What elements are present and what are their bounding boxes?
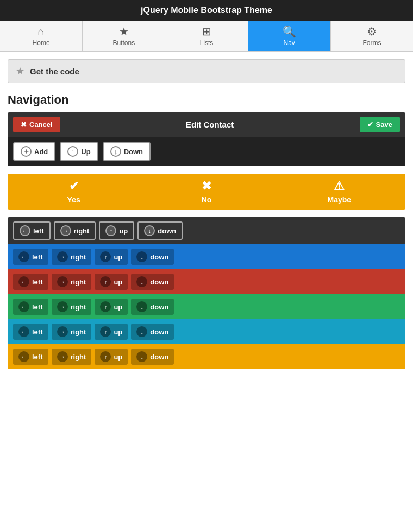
blue-down-icon: ↓ <box>136 251 147 262</box>
dir-header-left-button[interactable]: ← left <box>13 221 51 240</box>
orange-up-label: up <box>114 353 122 361</box>
cyan-right-button[interactable]: → right <box>52 324 92 340</box>
yes-check-icon: ✔ <box>69 179 79 193</box>
green-down-label: down <box>150 303 168 311</box>
cancel-button[interactable]: ✖ Cancel <box>13 117 60 132</box>
dir-row-blue: ← left → right ↑ up ↓ down <box>8 244 405 269</box>
green-down-button[interactable]: ↓ down <box>131 299 174 315</box>
edit-contact-section: ✖ Cancel Edit Contact ✔ Save ＋ Add ↑ Up … <box>8 112 405 166</box>
save-label: Save <box>376 121 392 129</box>
yes-button[interactable]: ✔ Yes <box>8 174 140 210</box>
get-code-bar[interactable]: ★ Get the code <box>8 59 405 83</box>
blue-down-button[interactable]: ↓ down <box>131 249 174 265</box>
red-left-button[interactable]: ← left <box>13 274 48 290</box>
tab-buttons-label: Buttons <box>112 39 135 47</box>
red-down-icon: ↓ <box>136 276 147 287</box>
up-button[interactable]: ↑ Up <box>60 142 98 161</box>
ynm-section: ✔ Yes ✖ No ⚠ Maybe <box>8 174 405 210</box>
orange-left-button[interactable]: ← left <box>13 349 48 365</box>
blue-up-icon: ↑ <box>100 251 111 262</box>
red-down-label: down <box>150 278 168 286</box>
blue-left-button[interactable]: ← left <box>13 249 48 265</box>
save-button[interactable]: ✔ Save <box>360 117 400 132</box>
red-right-label: right <box>71 278 86 286</box>
green-down-icon: ↓ <box>136 301 147 312</box>
ynm-bar: ✔ Yes ✖ No ⚠ Maybe <box>8 174 405 210</box>
nav-tabs-bar: ⌂ Home ★ Buttons ⊞ Lists 🔍 Nav ⚙ Forms <box>0 21 413 52</box>
dir-header-left-label: left <box>33 227 44 235</box>
orange-right-icon: → <box>57 351 68 362</box>
add-icon: ＋ <box>21 146 32 157</box>
cyan-down-icon: ↓ <box>136 326 147 337</box>
cyan-left-button[interactable]: ← left <box>13 324 48 340</box>
get-code-star-icon: ★ <box>16 65 24 77</box>
tab-home-label: Home <box>33 39 50 47</box>
orange-left-label: left <box>32 353 43 361</box>
add-button[interactable]: ＋ Add <box>13 142 55 161</box>
dir-header-up-button[interactable]: ↑ up <box>99 221 134 240</box>
up-label: Up <box>81 148 90 156</box>
cyan-down-button[interactable]: ↓ down <box>131 324 174 340</box>
tab-nav[interactable]: 🔍 Nav <box>248 21 331 51</box>
down-label: Down <box>124 148 143 156</box>
tab-nav-label: Nav <box>284 39 295 47</box>
blue-right-icon: → <box>57 251 68 262</box>
down-button[interactable]: ↓ Down <box>103 142 151 161</box>
cyan-down-label: down <box>150 328 168 336</box>
dir-header-down-button[interactable]: ↓ down <box>137 221 183 240</box>
cyan-right-label: right <box>71 328 86 336</box>
green-up-button[interactable]: ↑ up <box>95 299 128 315</box>
down-icon: ↓ <box>110 146 121 157</box>
navigation-heading: Navigation <box>0 88 413 112</box>
dir-header-right-icon: → <box>60 225 71 236</box>
top-header: jQuery Mobile Bootstrap Theme <box>0 0 413 21</box>
green-left-button[interactable]: ← left <box>13 299 48 315</box>
add-label: Add <box>34 148 48 156</box>
cyan-up-icon: ↑ <box>100 326 111 337</box>
save-check-icon: ✔ <box>367 121 373 129</box>
home-icon: ⌂ <box>38 26 45 38</box>
orange-right-button[interactable]: → right <box>52 349 92 365</box>
orange-down-label: down <box>150 353 168 361</box>
search-icon: 🔍 <box>283 25 296 38</box>
tab-home[interactable]: ⌂ Home <box>0 21 83 51</box>
tab-forms-label: Forms <box>362 39 381 47</box>
dir-row-cyan: ← left → right ↑ up ↓ down <box>8 319 405 344</box>
direction-section: ← left → right ↑ up ↓ down ← left → righ… <box>8 217 405 369</box>
orange-down-button[interactable]: ↓ down <box>131 349 174 365</box>
dir-header-right-button[interactable]: → right <box>54 221 96 240</box>
dir-header-bar: ← left → right ↑ up ↓ down <box>8 217 405 244</box>
tab-forms[interactable]: ⚙ Forms <box>331 21 413 51</box>
red-up-button[interactable]: ↑ up <box>95 274 128 290</box>
green-right-button[interactable]: → right <box>52 299 92 315</box>
orange-left-icon: ← <box>18 351 29 362</box>
blue-left-label: left <box>32 253 43 261</box>
green-up-icon: ↑ <box>100 301 111 312</box>
red-left-label: left <box>32 278 43 286</box>
blue-up-label: up <box>114 253 122 261</box>
blue-up-button[interactable]: ↑ up <box>95 249 128 265</box>
red-down-button[interactable]: ↓ down <box>131 274 174 290</box>
get-code-label: Get the code <box>30 67 79 76</box>
app-title: jQuery Mobile Bootstrap Theme <box>141 5 272 15</box>
maybe-button[interactable]: ⚠ Maybe <box>273 174 405 210</box>
orange-down-icon: ↓ <box>136 351 147 362</box>
cyan-up-button[interactable]: ↑ up <box>95 324 128 340</box>
cancel-x-icon: ✖ <box>21 121 27 129</box>
dir-header-right-label: right <box>74 227 90 235</box>
red-right-button[interactable]: → right <box>52 274 92 290</box>
dir-header-left-icon: ← <box>20 225 30 236</box>
dir-row-orange: ← left → right ↑ up ↓ down <box>8 344 405 369</box>
grid-icon: ⊞ <box>202 25 211 38</box>
dir-header-up-icon: ↑ <box>105 225 116 236</box>
edit-contact-title: Edit Contact <box>186 120 234 129</box>
no-button[interactable]: ✖ No <box>140 174 273 210</box>
tab-buttons[interactable]: ★ Buttons <box>83 21 165 51</box>
green-left-label: left <box>32 303 43 311</box>
blue-right-button[interactable]: → right <box>52 249 92 265</box>
green-up-label: up <box>114 303 122 311</box>
orange-up-button[interactable]: ↑ up <box>95 349 128 365</box>
star-icon: ★ <box>119 25 129 38</box>
tab-lists[interactable]: ⊞ Lists <box>165 21 248 51</box>
no-label: No <box>202 195 212 204</box>
